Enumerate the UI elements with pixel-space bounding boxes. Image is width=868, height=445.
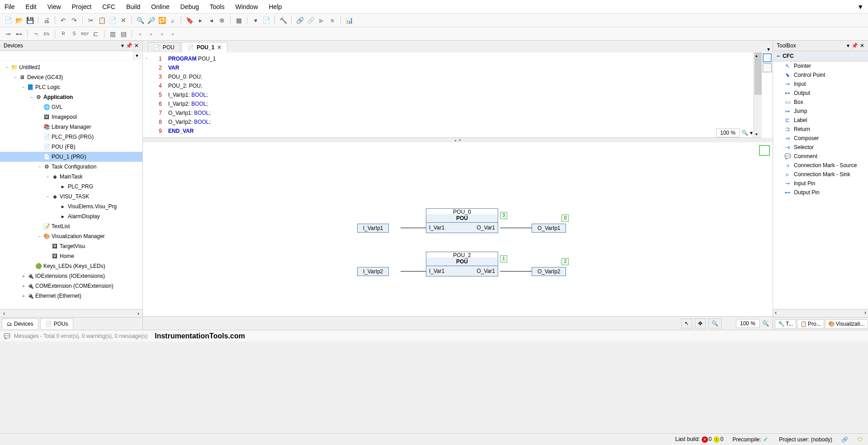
toolbox-item-outpin[interactable]: ⊷Output Pin	[773, 188, 868, 197]
tree-item[interactable]: −📘PLC Logic	[0, 82, 142, 92]
cfc-order3-icon[interactable]: ▫	[157, 29, 166, 38]
cfc-tool2-icon[interactable]: ⊷	[14, 29, 24, 38]
bookmark-icon[interactable]: 🔖	[185, 16, 194, 25]
cfc-en-icon[interactable]: EN	[42, 29, 51, 38]
redo-icon[interactable]: ↷	[70, 16, 79, 25]
expand-icon[interactable]: −	[37, 164, 42, 169]
menu-view[interactable]: View	[47, 3, 61, 10]
tree-item[interactable]: 🖼Imagepool	[0, 112, 142, 122]
print-icon[interactable]: 🖨	[42, 16, 51, 25]
logout-icon[interactable]: 🔗	[306, 16, 315, 25]
devices-hscroll[interactable]: ‹ ›	[0, 309, 142, 317]
menu-build[interactable]: Build	[126, 3, 140, 10]
toolbox-item-box[interactable]: ▭Box	[773, 98, 868, 107]
dropdown-icon[interactable]: ▾	[251, 16, 260, 25]
expand-icon[interactable]: −	[5, 65, 10, 70]
bookmark-prev-icon[interactable]: ◂	[207, 16, 216, 25]
tree-item[interactable]: −🎨Visualization Manager	[0, 231, 142, 241]
filter-icon[interactable]: ▼	[857, 3, 863, 10]
toolbox-item-ctrlpoint[interactable]: ⬊Control Point	[773, 70, 868, 80]
findnext-icon[interactable]: 🔎	[146, 16, 156, 25]
expand-icon[interactable]: +	[21, 284, 26, 289]
cfc-input-1[interactable]: I_VarIp1	[357, 224, 389, 233]
toolbox-pin-icon[interactable]: 📌	[851, 42, 858, 49]
findall-icon[interactable]: ⌕	[168, 16, 177, 25]
toolbox-item-connsink[interactable]: ▹Connection Mark - Sink	[773, 170, 868, 179]
tab-pou-1[interactable]: 📄 POU_1 ✕	[181, 42, 227, 52]
devices-close-icon[interactable]: ✕	[134, 42, 139, 49]
declaration-editor[interactable]: − 123456789 PROGRAM POU_1VAR POU_0: POU;…	[143, 52, 762, 138]
tree-item[interactable]: +🔌Ethernet (Ethernet)	[0, 291, 142, 301]
expand-icon[interactable]: −	[13, 75, 18, 80]
devices-tree[interactable]: −📁Untitled1−🖥Device (GC43)−📘PLC Logic−⚙A…	[0, 61, 142, 309]
tree-item[interactable]: 📄PLC_PRG (PRG)	[0, 132, 142, 142]
tree-item[interactable]: +🔌COMExtension (COMExtension)	[0, 281, 142, 291]
object-icon[interactable]: ▦	[234, 16, 243, 25]
tree-item[interactable]: 📝TextList	[0, 221, 142, 231]
cfc-layout-icon[interactable]	[759, 145, 770, 156]
tree-item[interactable]: −⚙Task Configuration	[0, 162, 142, 172]
tree-item[interactable]: 📄POU (FB)	[0, 142, 142, 152]
expand-icon[interactable]: +	[21, 274, 26, 279]
toolbox-item-connsrc[interactable]: ◃Connection Mark - Source	[773, 161, 868, 170]
scroll-left-icon[interactable]: ‹	[0, 310, 8, 317]
tree-item[interactable]: 📚Library Manager	[0, 122, 142, 132]
copy-icon[interactable]: 📋	[97, 16, 106, 25]
tree-item[interactable]: −📁Untitled1	[0, 62, 142, 72]
cut-icon[interactable]: ✂	[86, 16, 95, 25]
bookmark-next-icon[interactable]: ▸	[196, 16, 205, 25]
tree-item[interactable]: 🖼Home	[0, 251, 142, 261]
tree-item[interactable]: +🔌IOExtensions (IOExtensions)	[0, 271, 142, 281]
declaration-zoom[interactable]: 100 %	[716, 128, 740, 137]
expand-icon[interactable]: −	[45, 194, 51, 199]
tree-item[interactable]: 📄POU_1 (PRG)	[0, 152, 142, 162]
tree-item[interactable]: −⚙Application	[0, 92, 142, 102]
cfc-zoom-value[interactable]: 100 %	[736, 319, 760, 328]
toolbox-item-jump[interactable]: ↦Jump	[773, 107, 868, 116]
expand-icon[interactable]: −	[21, 85, 26, 90]
toolbox-item-label[interactable]: ⊏Label	[773, 116, 868, 125]
tab-properties[interactable]: 📋Pro...	[797, 319, 824, 328]
cfc-ref-icon[interactable]: REF	[80, 29, 90, 38]
tab-devices[interactable]: 🗂 Devices	[2, 319, 38, 329]
menu-debug[interactable]: Debug	[180, 3, 199, 10]
build-icon[interactable]: 🔨	[278, 16, 288, 25]
start-icon[interactable]: ▶	[317, 16, 326, 25]
toolbox-item-output[interactable]: ⊷Output	[773, 89, 868, 98]
cfc-neg-icon[interactable]: ¬	[31, 29, 40, 38]
tree-item[interactable]: ▸PLC_PRG	[0, 182, 142, 192]
menu-tools[interactable]: Tools	[210, 3, 225, 10]
tree-item[interactable]: 🌐GVL	[0, 102, 142, 112]
tab-pous[interactable]: 📄 POUs	[40, 319, 73, 329]
zoom-tool-icon[interactable]: 🔍	[708, 319, 722, 328]
cfc-order4-icon[interactable]: ▫	[168, 29, 177, 38]
cfc-order2-icon[interactable]: ▫	[146, 29, 156, 38]
open-icon[interactable]: 📂	[14, 16, 24, 25]
menu-edit[interactable]: Edit	[26, 3, 37, 10]
pointer-tool-icon[interactable]: ↖	[681, 319, 692, 328]
replace-icon[interactable]: 🔁	[157, 16, 166, 25]
tree-item[interactable]: ▸VisuElems.Visu_Prg	[0, 201, 142, 211]
expand-icon[interactable]: +	[21, 294, 26, 299]
stop-icon[interactable]: ■	[328, 16, 337, 25]
close-icon[interactable]: ✕	[217, 44, 222, 51]
bookmark-clear-icon[interactable]: ⊗	[217, 16, 226, 25]
tree-item[interactable]: 🖼TargetVisu	[0, 241, 142, 251]
cfc-tool1-icon[interactable]: ⊸	[4, 29, 13, 38]
cfc-group1-icon[interactable]: ▥	[108, 29, 117, 38]
messages-bar[interactable]: 💬 Messages - Total 0 error(s), 0 warning…	[0, 330, 868, 342]
cfc-tool3-icon[interactable]: ⊏	[91, 29, 100, 38]
delete-icon[interactable]: ✕	[119, 16, 128, 25]
menu-help[interactable]: Help	[269, 3, 282, 10]
tree-item[interactable]: ▸AlarmDisplay	[0, 211, 142, 221]
scroll-right-icon[interactable]: ›	[134, 310, 142, 317]
tree-item[interactable]: −◈VISU_TASK	[0, 192, 142, 201]
save-icon[interactable]: 💾	[25, 16, 34, 25]
pan-tool-icon[interactable]: ✥	[695, 319, 706, 328]
new-icon[interactable]: 📄	[4, 16, 13, 25]
tab-dropdown-icon[interactable]: ▾	[767, 46, 770, 52]
cfc-input-2[interactable]: I_VarIp2	[357, 267, 389, 276]
cfc-fb-pou2[interactable]: POU_2 POU I_Var1O_Var1 1	[426, 252, 498, 276]
tab-pou[interactable]: 📄 POU	[147, 42, 180, 52]
tree-item[interactable]: 🟢Keys_LEDs (Keys_LEDs)	[0, 261, 142, 271]
